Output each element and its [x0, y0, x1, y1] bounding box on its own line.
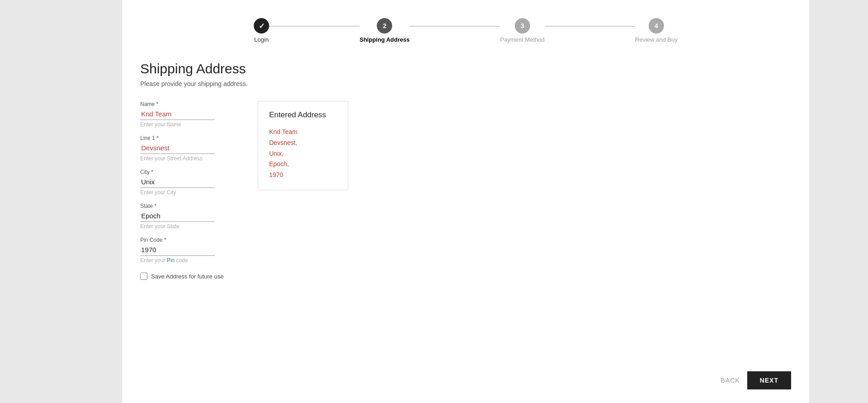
state-input[interactable] [140, 210, 215, 222]
step-circle-shipping: 2 [377, 18, 392, 34]
step-shipping: 2 Shipping Address [360, 18, 410, 43]
state-field-group: State * Enter your State [140, 203, 231, 230]
step-label-login: Login [254, 36, 269, 43]
page-subtitle: Please provide your shipping address. [140, 80, 791, 87]
step-circle-login: ✓ [254, 18, 269, 34]
step-circle-review: 4 [649, 18, 664, 34]
line1-input[interactable] [140, 142, 215, 154]
address-line-4: Epoch, [269, 159, 337, 170]
step-line-1 [269, 26, 360, 27]
name-input[interactable] [140, 108, 215, 120]
pincode-hint: Enter your Pin code [140, 257, 231, 264]
city-input[interactable] [140, 176, 215, 188]
left-panel [0, 0, 122, 403]
step-number-shipping: 2 [383, 22, 386, 29]
form-fields: Name * Enter your Name Line 1 * Enter yo… [140, 101, 231, 280]
step-number-review: 4 [655, 22, 658, 29]
step-number-payment: 3 [521, 22, 524, 29]
form-container: Name * Enter your Name Line 1 * Enter yo… [140, 101, 791, 280]
line1-field-group: Line 1 * Enter your Street Address [140, 135, 231, 162]
step-label-payment: Payment Method [500, 36, 545, 43]
step-line-2 [410, 26, 500, 27]
pincode-hint-prefix: Enter your [140, 257, 167, 264]
address-line-3: Unix, [269, 149, 337, 159]
address-line-1: Knd Team [269, 127, 337, 138]
address-card: Entered Address Knd Team Devsnest, Unix,… [258, 101, 348, 190]
city-field-group: City * Enter your City [140, 169, 231, 196]
address-line-5: 1970 [269, 170, 337, 181]
step-circle-payment: 3 [515, 18, 530, 34]
right-panel [809, 0, 868, 403]
state-label: State * [140, 203, 231, 209]
main-content: ✓ Login 2 Shipping Address 3 Payment Met… [122, 0, 809, 403]
save-address-label: Save Address for future use [151, 273, 223, 280]
next-button[interactable]: NEXT [747, 371, 791, 389]
pincode-label: Pin Code * [140, 237, 231, 243]
checkmark-icon: ✓ [259, 22, 265, 30]
name-label: Name * [140, 101, 231, 107]
state-hint: Enter your State [140, 223, 231, 230]
address-line-2: Devsnest, [269, 138, 337, 149]
save-address-row: Save Address for future use [140, 273, 231, 280]
address-card-title: Entered Address [269, 110, 337, 120]
pincode-hint-link[interactable]: Pin [167, 257, 175, 264]
step-label-review: Review and Buy [635, 36, 678, 43]
city-label: City * [140, 169, 231, 175]
stepper: ✓ Login 2 Shipping Address 3 Payment Met… [140, 14, 791, 43]
city-hint: Enter your City [140, 189, 231, 196]
page-title: Shipping Address [140, 61, 791, 77]
step-review: 4 Review and Buy [635, 18, 678, 43]
name-hint: Enter your Name [140, 121, 231, 128]
name-field-group: Name * Enter your Name [140, 101, 231, 128]
pincode-field-group: Pin Code * Enter your Pin code [140, 237, 231, 264]
line1-hint: Enter your Street Address [140, 155, 231, 162]
pincode-input[interactable] [140, 244, 215, 256]
back-button[interactable]: BACK [721, 377, 740, 384]
step-login: ✓ Login [254, 18, 269, 43]
step-payment: 3 Payment Method [500, 18, 545, 43]
line1-label: Line 1 * [140, 135, 231, 141]
step-line-3 [545, 26, 635, 27]
bottom-nav: BACK NEXT [721, 371, 791, 389]
step-label-shipping: Shipping Address [360, 36, 410, 43]
pincode-hint-suffix: code [175, 257, 188, 264]
save-address-checkbox[interactable] [140, 273, 147, 280]
